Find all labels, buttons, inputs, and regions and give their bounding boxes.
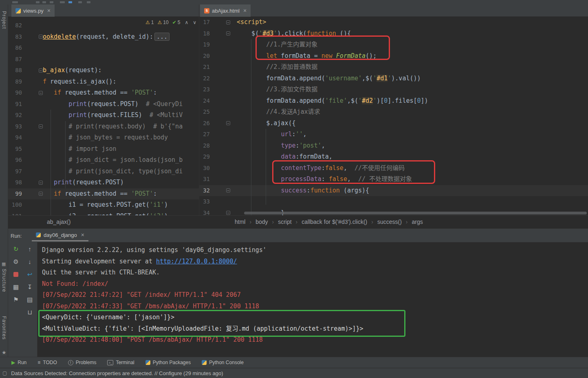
- toolbar-button-run[interactable]: ▶Run: [11, 360, 26, 365]
- fold-marker[interactable]: −: [226, 118, 230, 129]
- fold-icon[interactable]: −: [226, 31, 230, 35]
- code-line[interactable]: 17−<script>: [199, 17, 588, 28]
- next-problem-icon[interactable]: ∨: [193, 20, 196, 25]
- code-line[interactable]: 24 formData.append('file',$('#d2')[0].fi…: [199, 95, 588, 107]
- ok-icon[interactable]: ✔5: [172, 20, 181, 25]
- line-number[interactable]: 90: [8, 87, 22, 99]
- prev-problem-icon[interactable]: ∧: [185, 20, 188, 25]
- line-number[interactable]: 22: [199, 73, 210, 84]
- code-line[interactable]: 29 data:formData,: [199, 151, 588, 163]
- line-number[interactable]: 19: [199, 39, 210, 51]
- console-line[interactable]: <QueryDict: {'username': ['jason']}>: [42, 312, 588, 323]
- code-line[interactable]: 98− print(request.POST): [8, 177, 199, 188]
- toolbar-button-terminal[interactable]: >_Terminal: [107, 360, 134, 365]
- status-message[interactable]: Data Sources Detected: Connection proper…: [11, 370, 223, 376]
- code-line[interactable]: 33: [199, 196, 588, 208]
- fold-marker[interactable]: −: [39, 188, 43, 200]
- fold-marker[interactable]: −: [226, 185, 230, 197]
- line-number[interactable]: 27: [199, 129, 210, 140]
- favorites-star-icon[interactable]: ★: [2, 349, 7, 356]
- line-number[interactable]: 82: [8, 20, 22, 31]
- fold-marker[interactable]: −: [226, 28, 230, 40]
- fold-marker[interactable]: −: [39, 65, 43, 76]
- line-number[interactable]: 95: [8, 144, 22, 155]
- fold-icon[interactable]: −: [226, 211, 230, 215]
- line-number[interactable]: 88: [8, 65, 22, 76]
- close-icon[interactable]: ×: [81, 232, 84, 238]
- code-line[interactable]: 20 let formData = new FormData();: [199, 51, 588, 62]
- fold-icon[interactable]: −: [39, 91, 43, 95]
- code-line[interactable]: 89f request.is_ajax():: [8, 76, 199, 88]
- code-line[interactable]: 101 i2 = request.POST.get('i2'): [8, 211, 199, 216]
- code-line[interactable]: 86: [8, 42, 199, 54]
- line-number[interactable]: 91: [8, 99, 22, 110]
- print-icon[interactable]: ▤: [25, 295, 35, 304]
- fold-icon[interactable]: −: [226, 20, 230, 24]
- code-line[interactable]: 94 # json_bytes = request.body: [8, 132, 199, 144]
- console-line[interactable]: Quit the server with CTRL-BREAK.: [42, 267, 588, 279]
- toolbar-button-python-packages[interactable]: Python Packages: [145, 360, 191, 365]
- folded-region[interactable]: ...: [154, 33, 170, 41]
- down-stack-icon[interactable]: ↓: [25, 257, 35, 266]
- line-number[interactable]: 32: [199, 185, 210, 197]
- toolbar-button-python-console[interactable]: Python Console: [202, 360, 244, 365]
- line-number[interactable]: 93: [8, 121, 22, 133]
- code-area[interactable]: 8283−ookdelete(request, delete_id):...86…: [8, 17, 199, 215]
- tool-window-button-project[interactable]: Project: [1, 11, 7, 29]
- line-number[interactable]: 100: [8, 199, 22, 211]
- structure-icon[interactable]: ▦: [2, 261, 6, 267]
- line-number[interactable]: 83: [8, 31, 22, 43]
- fold-marker[interactable]: −: [226, 208, 230, 216]
- layout-icon[interactable]: ▦: [11, 283, 21, 291]
- fold-marker[interactable]: −: [39, 121, 43, 133]
- breadcrumb-item[interactable]: success(): [377, 219, 402, 225]
- code-line[interactable]: 97 # print(json_dict, type(json_di: [8, 166, 199, 177]
- code-line[interactable]: 19 //1.产生内置对象: [199, 39, 588, 51]
- code-line[interactable]: 91 print(request.POST) # <QueryDi: [8, 99, 199, 110]
- console-line[interactable]: <MultiValueDict: {'file': [<InMemoryUplo…: [42, 323, 588, 335]
- editor-abajax-html[interactable]: 17−<script>18− $('#d3').click(function (…: [199, 17, 588, 215]
- code-line[interactable]: 22 formData.append('username',$('#d1').v…: [199, 73, 588, 84]
- settings-icon[interactable]: ⚙: [11, 257, 21, 266]
- code-line[interactable]: 100 i1 = request.POST.get('i1'): [8, 199, 199, 211]
- code-line[interactable]: 21 //2.添加普通数据: [199, 62, 588, 73]
- code-line[interactable]: 93− # print(request.body) # b'{"na: [8, 121, 199, 133]
- warning-icon[interactable]: ⚠10: [158, 20, 169, 25]
- close-icon[interactable]: ×: [243, 7, 247, 14]
- console-line[interactable]: [07/Sep/2022 21:47:33] "GET /bms/abAjax/…: [42, 301, 588, 312]
- breadcrumb-item[interactable]: args: [412, 219, 423, 225]
- line-number[interactable]: 94: [8, 132, 22, 144]
- line-number[interactable]: 86: [8, 42, 22, 54]
- line-number[interactable]: 87: [8, 54, 22, 65]
- line-number[interactable]: 89: [8, 76, 22, 88]
- line-number[interactable]: 99: [8, 188, 22, 200]
- breadcrumb-function[interactable]: ab_ajax(): [47, 219, 70, 225]
- breadcrumb-item[interactable]: script: [278, 219, 291, 225]
- line-number[interactable]: 29: [199, 151, 210, 163]
- line-number[interactable]: 34: [199, 208, 210, 216]
- fold-marker[interactable]: −: [226, 17, 230, 28]
- toolbar-button-problems[interactable]: !Problems: [68, 360, 97, 365]
- code-line[interactable]: 88−b_ajax(request):: [8, 65, 199, 76]
- clear-all-icon[interactable]: ⊔: [25, 308, 35, 316]
- line-number[interactable]: 18: [199, 28, 210, 40]
- pin-icon[interactable]: ⚑: [11, 295, 21, 304]
- tool-window-button-structure[interactable]: Structure: [1, 269, 7, 292]
- stop-icon[interactable]: [11, 270, 21, 279]
- code-line[interactable]: 83−ookdelete(request, delete_id):...: [8, 31, 199, 43]
- line-number[interactable]: 33: [199, 196, 210, 208]
- code-line[interactable]: 27 url:'',: [199, 129, 588, 140]
- fold-marker[interactable]: −: [39, 177, 43, 188]
- fold-marker[interactable]: −: [39, 31, 43, 43]
- code-line[interactable]: 32− success:function (args){: [199, 185, 588, 197]
- line-number[interactable]: 26: [199, 118, 210, 129]
- line-number[interactable]: 101: [8, 211, 22, 216]
- line-number[interactable]: 28: [199, 140, 210, 152]
- close-icon[interactable]: ×: [47, 7, 51, 14]
- rerun-icon[interactable]: ↻: [11, 245, 21, 253]
- code-line[interactable]: 87: [8, 54, 199, 65]
- fold-marker[interactable]: −: [39, 87, 43, 99]
- fold-icon[interactable]: −: [39, 181, 43, 185]
- tool-window-button-favorites[interactable]: Favorites: [1, 316, 7, 340]
- code-line[interactable]: 23 //3.添加文件数据: [199, 84, 588, 95]
